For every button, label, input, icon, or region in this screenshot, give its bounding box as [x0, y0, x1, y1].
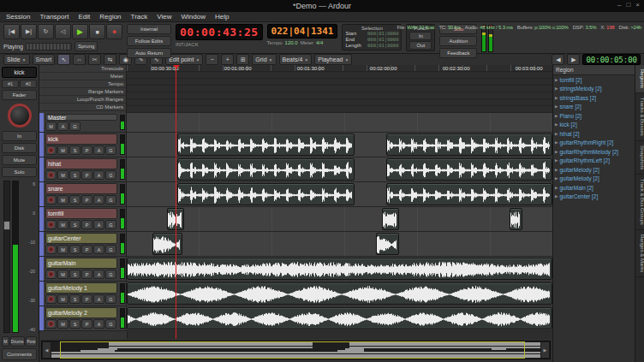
- mute-button[interactable]: M: [57, 220, 69, 229]
- disclosure-icon[interactable]: ▶: [555, 122, 558, 127]
- summary-lanes[interactable]: [51, 341, 540, 359]
- ruler-label-loop-punch[interactable]: Loop/Punch Ranges: [39, 96, 126, 104]
- track-header-tomfill[interactable]: tomfill M S P A G: [39, 207, 127, 231]
- loop-button[interactable]: ↻: [38, 24, 54, 39]
- track-header-hihat[interactable]: hihat M S P A G: [39, 157, 127, 181]
- audio-region[interactable]: [177, 158, 355, 181]
- menu-window[interactable]: Window: [181, 13, 205, 21]
- sync-source-button[interactable]: Internal: [127, 24, 171, 34]
- region-list-item[interactable]: ▶Piano [2]: [553, 111, 635, 121]
- track-header-guitarmain[interactable]: guitarMain M S P A G: [39, 257, 127, 281]
- playlist-button[interactable]: P: [81, 294, 92, 304]
- mute-button[interactable]: Mute: [2, 155, 37, 165]
- playlist-button[interactable]: P: [81, 220, 92, 229]
- loop-punch-ruler[interactable]: [127, 92, 552, 99]
- maximize-icon[interactable]: □: [626, 1, 630, 9]
- nudge-clock[interactable]: 00:00:05:00: [582, 54, 641, 65]
- region-list-item[interactable]: ▶guitarMelody [2]: [553, 175, 635, 184]
- playlist-button[interactable]: P: [81, 319, 92, 329]
- shuttle-mode-button[interactable]: Sprung: [75, 41, 98, 51]
- comments-button[interactable]: Comments: [2, 348, 37, 360]
- playlist-button[interactable]: P: [81, 245, 92, 254]
- solo-button[interactable]: S: [69, 145, 80, 155]
- group-button[interactable]: G: [105, 319, 116, 329]
- audio-region[interactable]: [376, 233, 399, 255]
- menu-edit[interactable]: Edit: [78, 13, 90, 21]
- disclosure-icon[interactable]: ▶: [555, 114, 558, 118]
- track-header-guitarmelody2[interactable]: guitarMelody 2 M S P A G: [39, 306, 127, 330]
- tempo-value[interactable]: 120.0: [285, 40, 298, 45]
- track-lane-master[interactable]: [127, 113, 552, 132]
- region-list-item[interactable]: ▶hihat [2]: [553, 129, 635, 139]
- audio-region[interactable]: [152, 233, 182, 255]
- mute-button[interactable]: M: [57, 195, 69, 205]
- automation-button[interactable]: A: [93, 145, 104, 155]
- menu-track[interactable]: Track: [131, 13, 148, 21]
- mute-button[interactable]: M: [57, 270, 69, 279]
- group-button[interactable]: G: [105, 220, 116, 229]
- punch-out-button[interactable]: Out: [409, 41, 432, 50]
- disclosure-icon[interactable]: ▶: [555, 194, 558, 199]
- location-markers-ruler[interactable]: [127, 106, 552, 113]
- stretch-tool-button[interactable]: ⇆: [104, 54, 116, 65]
- ruler-label-cd-markers[interactable]: CD Markers: [39, 104, 126, 111]
- stop-button[interactable]: ■: [89, 24, 105, 39]
- track-header-kick[interactable]: kick M S P A G: [39, 133, 127, 157]
- disclosure-icon[interactable]: ▶: [555, 96, 558, 100]
- record-arm-button[interactable]: [45, 245, 57, 254]
- playlist-button[interactable]: P: [81, 195, 92, 205]
- fader-handle[interactable]: [3, 221, 10, 230]
- track-name-button[interactable]: hihat: [45, 158, 117, 169]
- ruler-label-tempo[interactable]: Tempo: [39, 80, 126, 88]
- selection-start-value[interactable]: 000|01|0000: [367, 31, 398, 37]
- tab-ranges-marks[interactable]: Ranges & Marks: [635, 230, 644, 277]
- disclosure-icon[interactable]: ▶: [555, 186, 558, 190]
- track-lane-guitarmelody2[interactable]: [127, 306, 552, 330]
- track-lane-guitarmelody1[interactable]: [127, 282, 552, 306]
- play-selection-button[interactable]: ◁: [55, 24, 71, 39]
- record-arm-button[interactable]: [45, 220, 57, 229]
- group-button[interactable]: G: [105, 270, 116, 279]
- minimize-icon[interactable]: –: [617, 1, 621, 9]
- record-button[interactable]: ●: [106, 24, 122, 39]
- automation-button[interactable]: A: [93, 195, 104, 205]
- disclosure-icon[interactable]: ▶: [555, 140, 558, 145]
- region-list-item[interactable]: ▶guitarRhythmLeft [2]: [553, 157, 635, 166]
- track-lane-kick[interactable]: [127, 133, 552, 157]
- automation-button[interactable]: A: [93, 220, 104, 229]
- region-list-item[interactable]: ▶stringsMelody [2]: [553, 85, 635, 94]
- mute-button[interactable]: M: [57, 170, 69, 180]
- goto-start-button[interactable]: |◀: [3, 24, 20, 39]
- track-name-button[interactable]: Master: [45, 114, 117, 121]
- solo-button[interactable]: S: [69, 294, 80, 304]
- region-list-item[interactable]: ▶kick [2]: [553, 121, 635, 130]
- punch-in-button[interactable]: In: [409, 32, 432, 40]
- audio-region[interactable]: [177, 183, 355, 205]
- playlist-button[interactable]: P: [81, 270, 92, 279]
- mute-button[interactable]: M: [45, 122, 57, 131]
- group-button[interactable]: G: [105, 170, 116, 180]
- track-lane-guitarcenter[interactable]: [127, 232, 552, 256]
- gain-fader[interactable]: [3, 181, 10, 333]
- mute-button[interactable]: M: [57, 145, 69, 155]
- group-button[interactable]: G: [105, 245, 116, 254]
- disclosure-icon[interactable]: ▶: [555, 104, 558, 109]
- close-icon[interactable]: ×: [635, 1, 640, 9]
- track-lane-hihat[interactable]: [127, 157, 552, 181]
- record-arm-button[interactable]: [45, 319, 57, 329]
- edit-mode-combo[interactable]: Slide ▼: [3, 54, 30, 65]
- track-header-master[interactable]: Master M A G: [39, 113, 127, 132]
- solo-button[interactable]: S: [69, 195, 80, 205]
- solo-button[interactable]: S: [69, 319, 80, 329]
- grab-tool-button[interactable]: ↖: [57, 54, 70, 65]
- group-button[interactable]: G: [105, 145, 116, 155]
- monitor-input-button[interactable]: In: [2, 131, 37, 141]
- record-arm-button[interactable]: [45, 270, 57, 279]
- meter-value[interactable]: 4/4: [316, 40, 323, 45]
- follow-edits-button[interactable]: Follow Edits: [127, 36, 171, 46]
- mute-button[interactable]: M: [57, 294, 69, 304]
- disclosure-icon[interactable]: ▶: [555, 176, 558, 181]
- solo-button[interactable]: S: [69, 270, 80, 279]
- region-list-item[interactable]: ▶stringsBass [2]: [553, 93, 635, 103]
- group-button[interactable]: G: [105, 195, 116, 205]
